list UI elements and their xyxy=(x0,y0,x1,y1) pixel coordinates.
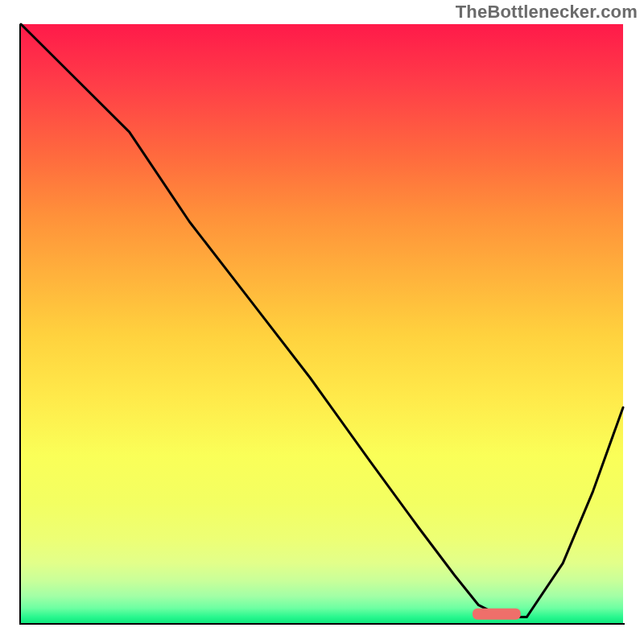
attribution-text: TheBottlenecker.com xyxy=(456,2,638,23)
bottleneck-curve xyxy=(21,24,623,617)
optimum-marker xyxy=(473,609,521,620)
chart-svg xyxy=(21,24,623,623)
chart-wrapper: TheBottlenecker.com xyxy=(0,0,644,644)
x-axis-line xyxy=(19,623,625,625)
